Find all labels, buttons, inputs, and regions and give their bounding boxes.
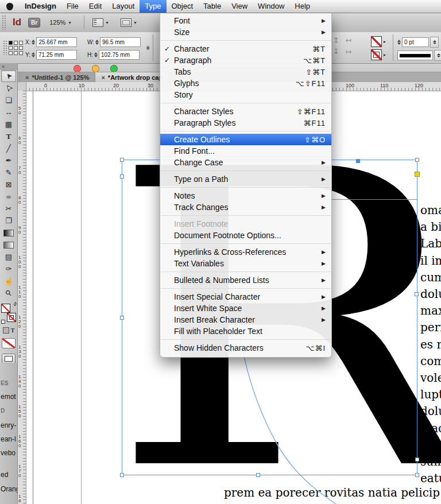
handle-bottom-right[interactable]: [415, 473, 419, 477]
selection-tool[interactable]: ➤: [1, 70, 16, 82]
text-in-port[interactable]: [120, 175, 124, 179]
y-stepper[interactable]: [32, 52, 35, 57]
screen-mode-button[interactable]: ▾: [118, 17, 139, 28]
x-input[interactable]: 25.667 mm: [36, 37, 77, 47]
frame-edge-bottom[interactable]: [122, 475, 417, 475]
live-corner-handle[interactable]: [415, 172, 420, 177]
bridge-button[interactable]: Br: [28, 18, 40, 28]
free-transform-tool[interactable]: ❐: [1, 215, 16, 227]
menu-item-fill-with-placeholder-text[interactable]: Fill with Placeholder Text: [160, 325, 331, 337]
menu-item-character-styles[interactable]: Character Styles⇧⌘F11: [160, 106, 331, 117]
panel-grip[interactable]: [2, 15, 6, 30]
panel-grip[interactable]: [3, 40, 7, 55]
frame-edge-right[interactable]: [417, 160, 417, 475]
menu-item-paragraph-styles[interactable]: Paragraph Styles⌘F11: [160, 117, 331, 129]
document-tab-artwork-drop-cap[interactable]: ×*Artwork drop cap: [95, 72, 169, 82]
menu-item-insert-special-character[interactable]: Insert Special Character▶: [160, 291, 331, 303]
distribute-icon-1[interactable]: ↤: [342, 36, 355, 48]
eyedropper-tool[interactable]: ✑: [1, 263, 16, 275]
menu-bar-item-table[interactable]: Table: [198, 0, 226, 13]
rectangle-frame-tool[interactable]: ⊠: [1, 179, 16, 191]
menu-item-hyperlinks-cross-references[interactable]: Hyperlinks & Cross-References▶: [160, 246, 331, 258]
hand-tool[interactable]: ☝: [1, 275, 16, 287]
menu-bar-item-file[interactable]: File: [61, 0, 84, 13]
w-input[interactable]: 96.5 mm: [100, 37, 141, 47]
menu-bar-item-window[interactable]: Window: [253, 0, 289, 13]
ruler-origin-box[interactable]: [17, 82, 26, 91]
stroke-swatch[interactable]: [7, 313, 16, 322]
menu-item-insert-white-space[interactable]: Insert White Space▶: [160, 303, 331, 314]
gap-tool[interactable]: ↔: [1, 106, 16, 118]
scissors-tool[interactable]: ✂: [1, 203, 16, 215]
menu-item-glyphs[interactable]: Glyphs⌥⇧F11: [160, 77, 331, 89]
document-tab-untitled-1-125[interactable]: ×*Untitled-1 @ 125%: [19, 72, 95, 82]
menu-item-change-case[interactable]: Change Case▶: [160, 157, 331, 168]
handle-top-center[interactable]: [356, 159, 360, 163]
handle-left-center[interactable]: [120, 316, 124, 320]
close-tab-icon[interactable]: ×: [101, 74, 105, 81]
menu-item-insert-break-character[interactable]: Insert Break Character▶: [160, 314, 331, 325]
fill-swatch[interactable]: [1, 304, 10, 313]
pen-tool[interactable]: ✒: [1, 154, 16, 166]
swap-fill-stroke-icon[interactable]: ⇄: [12, 301, 18, 307]
menu-item-track-changes[interactable]: Track Changes▶: [160, 201, 331, 213]
stroke-swatch-arrow[interactable]: ▸: [384, 52, 386, 57]
menu-bar-item-type[interactable]: Type: [140, 0, 166, 13]
menu-bar-item-help[interactable]: Help: [289, 0, 315, 13]
text-frame-top-edge[interactable]: [322, 199, 417, 200]
handle-top-right[interactable]: [415, 158, 419, 162]
menu-bar-item-indesign[interactable]: InDesign: [20, 0, 61, 13]
reference-point-proxy[interactable]: [9, 41, 23, 55]
menu-item-paragraph[interactable]: ✓Paragraph⌥⌘T: [160, 55, 331, 66]
margin-guide[interactable]: [81, 91, 82, 504]
vertical-ruler[interactable]: 5060708090100110120130140150160170180: [17, 91, 26, 504]
stroke-weight-stepper[interactable]: [397, 40, 401, 45]
line-tool[interactable]: ╱: [1, 142, 16, 154]
dock-expand-button[interactable]: »: [0, 63, 17, 70]
menu-item-text-variables[interactable]: Text Variables▶: [160, 258, 331, 269]
stroke-weight-spinner[interactable]: [430, 37, 439, 48]
handle-right-center[interactable]: [415, 292, 419, 296]
menu-item-font[interactable]: Font▶: [160, 15, 331, 26]
menu-bar-item-layout[interactable]: Layout: [107, 0, 140, 13]
stroke-swatch-none[interactable]: [371, 49, 382, 60]
menu-bar-item-edit[interactable]: Edit: [84, 0, 107, 13]
zoom-tool[interactable]: ⚲: [1, 287, 16, 299]
handle-bottom-center[interactable]: [256, 473, 260, 477]
constrain-proportions-icon[interactable]: ⚭: [144, 45, 152, 51]
ellipse-tool[interactable]: ●: [1, 191, 16, 203]
gradient-swatch-tool[interactable]: [1, 227, 16, 239]
h-input[interactable]: 102.75 mm: [99, 50, 140, 60]
text-column[interactable]: omana bigLaboil imicumdolupmaxiperiaes m…: [420, 202, 441, 487]
menu-item-size[interactable]: Size▶: [160, 26, 331, 38]
page-tool[interactable]: ❏: [1, 94, 16, 106]
h-stepper[interactable]: [94, 52, 98, 57]
w-stepper[interactable]: [95, 40, 99, 45]
handle-top-left[interactable]: [120, 158, 124, 162]
fill-swatch-none[interactable]: [371, 36, 382, 47]
y-input[interactable]: 71.25 mm: [36, 50, 77, 60]
menu-item-tabs[interactable]: Tabs⇧⌘T: [160, 66, 331, 77]
x-stepper[interactable]: [32, 40, 35, 45]
view-options-button[interactable]: ▾: [90, 17, 111, 28]
apply-none-button[interactable]: [2, 338, 16, 348]
stroke-style-spinner[interactable]: [434, 50, 441, 61]
stroke-style-dropdown[interactable]: [397, 51, 433, 60]
pencil-tool[interactable]: ✎: [1, 166, 16, 179]
fill-swatch-arrow[interactable]: ▸: [384, 39, 386, 44]
apple-menu[interactable]: [0, 0, 20, 13]
content-collector-tool[interactable]: ▦: [1, 118, 16, 130]
close-tab-icon[interactable]: ×: [25, 74, 29, 81]
menu-item-find-font[interactable]: Find Font...: [160, 145, 331, 157]
bleed-guide[interactable]: [33, 91, 33, 504]
text-out-port[interactable]: [415, 458, 419, 462]
handle-bottom-left[interactable]: [120, 473, 124, 477]
direct-selection-tool[interactable]: ➤: [1, 82, 16, 94]
menu-item-notes[interactable]: Notes▶: [160, 190, 331, 201]
distribute-icon-3[interactable]: ↦: [342, 48, 355, 59]
formatting-affects-text-button[interactable]: T: [11, 327, 15, 334]
formatting-affects-container-button[interactable]: [3, 327, 9, 334]
stroke-weight-input[interactable]: 0 pt: [402, 37, 429, 47]
menu-item-document-footnote-options[interactable]: Document Footnote Options...: [160, 230, 331, 241]
menu-item-story[interactable]: Story: [160, 89, 331, 100]
